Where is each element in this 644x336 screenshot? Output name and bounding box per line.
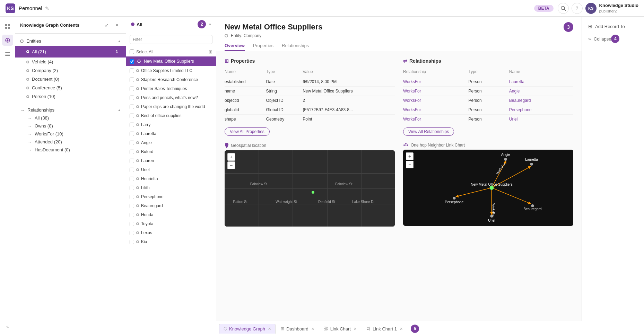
- filter-checkbox-4[interactable]: [130, 96, 134, 100]
- filter-checkbox-15[interactable]: [130, 195, 134, 199]
- filter-checkbox-14[interactable]: [130, 186, 134, 190]
- entity-item-conference[interactable]: Conference (5): [15, 83, 126, 92]
- select-all-checkbox[interactable]: [130, 50, 134, 54]
- view-all-properties-button[interactable]: View All Properties: [225, 127, 270, 136]
- entity-item-vehicle[interactable]: Vehicle (4): [15, 58, 126, 66]
- kg-expand-icon[interactable]: ⤢: [102, 21, 111, 29]
- filter-item-0[interactable]: New Metal Office Suppliers: [126, 56, 216, 66]
- rel-name-1[interactable]: Angie: [509, 87, 573, 96]
- filter-checkbox-12[interactable]: [130, 168, 134, 172]
- collapse-button[interactable]: » Collapse 4: [586, 32, 640, 46]
- filter-checkbox-13[interactable]: [130, 177, 134, 181]
- sidebar-nav-3[interactable]: [2, 48, 13, 60]
- sidebar-nav-1[interactable]: [2, 21, 13, 32]
- filter-checkbox-2[interactable]: [130, 78, 134, 82]
- rel-item-hasdoc[interactable]: → HasDocument (0): [20, 146, 121, 154]
- street-v-3: [327, 150, 328, 227]
- filter-item-15[interactable]: Persephone: [126, 192, 216, 201]
- filter-item-3[interactable]: Printer Sales Techniques: [126, 84, 216, 93]
- filter-checkbox-6[interactable]: [130, 114, 134, 118]
- filter-item-10[interactable]: Buford: [126, 147, 216, 156]
- filter-checkbox-7[interactable]: [130, 123, 134, 127]
- rel-name-0[interactable]: Lauretta: [509, 77, 573, 87]
- rel-item-all[interactable]: → All (38): [20, 114, 121, 122]
- filter-checkbox-9[interactable]: [130, 141, 134, 145]
- filter-item-16[interactable]: Beauregard: [126, 201, 216, 210]
- rel-name-2[interactable]: Beauregard: [509, 96, 573, 105]
- filter-item-11[interactable]: Lauren: [126, 156, 216, 165]
- filter-checkbox-10[interactable]: [130, 150, 134, 154]
- edit-icon[interactable]: ✎: [45, 6, 49, 11]
- rel-relationship-0[interactable]: WorksFor: [403, 77, 469, 87]
- graph-zoom-in[interactable]: +: [406, 152, 414, 160]
- filter-checkbox-18[interactable]: [130, 222, 134, 226]
- filter-collapse-icon[interactable]: »: [209, 22, 211, 27]
- rel-relationship-4[interactable]: WorksFor: [403, 115, 469, 124]
- tab-link-chart[interactable]: ⛓ Link Chart ✕: [320, 324, 361, 334]
- tab-link-chart-1-close[interactable]: ✕: [400, 327, 403, 331]
- filter-item-1[interactable]: Office Supplies Limited LLC: [126, 66, 216, 75]
- tab-dashboard-close[interactable]: ✕: [311, 327, 314, 331]
- filter-item-8[interactable]: Lauretta: [126, 129, 216, 138]
- filter-item-13[interactable]: Henrietta: [126, 174, 216, 183]
- filter-item-7[interactable]: Larry: [126, 120, 216, 129]
- entity-item-document[interactable]: Document (0): [15, 75, 126, 83]
- entity-item-all[interactable]: All (21) 1: [15, 46, 126, 58]
- filter-item-9[interactable]: Angie: [126, 138, 216, 147]
- entity-item-company[interactable]: Company (2): [15, 66, 126, 75]
- tab-properties[interactable]: Properties: [253, 41, 273, 51]
- tab-relationships[interactable]: Relationships: [282, 41, 309, 51]
- filter-input[interactable]: [130, 35, 212, 44]
- filter-checkbox-17[interactable]: [130, 213, 134, 217]
- help-icon[interactable]: ?: [572, 3, 583, 14]
- tab-link-chart-1[interactable]: ⛓ Link Chart 1 ✕: [362, 324, 407, 334]
- filter-item-2[interactable]: Staplers Research Conference: [126, 75, 216, 84]
- search-icon[interactable]: [558, 3, 569, 14]
- filter-checkbox-8[interactable]: [130, 132, 134, 136]
- rel-item-attended[interactable]: → Attended (20): [20, 138, 121, 146]
- rel-relationship-3[interactable]: WorksFor: [403, 105, 469, 115]
- rel-name-3[interactable]: Persephone: [509, 105, 573, 115]
- map-zoom-in[interactable]: +: [227, 153, 235, 161]
- filter-checkbox-20[interactable]: [130, 240, 134, 244]
- rel-row-4: WorksFor Person Uriel: [403, 115, 573, 124]
- entity-item-person[interactable]: Person (10): [15, 92, 126, 101]
- view-all-relationships-button[interactable]: View All Relationships: [403, 127, 454, 136]
- filter-item-17[interactable]: Honda: [126, 210, 216, 219]
- tab-link-chart-close[interactable]: ✕: [354, 327, 357, 331]
- map-zoom-out[interactable]: −: [227, 161, 235, 169]
- graph-zoom-out[interactable]: −: [406, 161, 414, 168]
- filter-checkbox-19[interactable]: [130, 231, 134, 235]
- relationships-header[interactable]: → Relationships ▲: [20, 107, 121, 113]
- rel-relationship-1[interactable]: WorksFor: [403, 87, 469, 96]
- rel-item-owns[interactable]: → Owns (8): [20, 122, 121, 130]
- filter-checkbox-11[interactable]: [130, 159, 134, 163]
- filter-item-5[interactable]: Paper clips are changing the world: [126, 102, 216, 111]
- filter-item-14[interactable]: Lilith: [126, 183, 216, 192]
- filter-checkbox-0[interactable]: [130, 59, 134, 64]
- filter-action-icon[interactable]: ⊞: [209, 49, 212, 54]
- add-record-button[interactable]: ⊞ Add Record To: [586, 21, 640, 32]
- filter-item-4[interactable]: Pens and pencils, what's new?: [126, 93, 216, 102]
- rel-name-4[interactable]: Uriel: [509, 115, 573, 124]
- filter-item-18[interactable]: Toyota: [126, 219, 216, 228]
- rel-item-worksfor[interactable]: → WorksFor (10): [20, 130, 121, 138]
- filter-checkbox-3[interactable]: [130, 87, 134, 91]
- filter-item-19[interactable]: Lexus: [126, 228, 216, 237]
- sidebar-expand-icon[interactable]: «: [2, 321, 13, 332]
- sidebar-nav-2[interactable]: [2, 35, 13, 46]
- filter-item-12[interactable]: Uriel: [126, 165, 216, 174]
- tab-kg-close[interactable]: ✕: [268, 327, 271, 331]
- filter-checkbox-16[interactable]: [130, 204, 134, 208]
- kg-close-icon[interactable]: ✕: [113, 21, 121, 29]
- tab-dashboard[interactable]: ⊞ Dashboard ✕: [276, 324, 319, 334]
- entities-section-header[interactable]: Entities ▲: [15, 36, 126, 46]
- filter-item-6[interactable]: Best of office supplies: [126, 111, 216, 120]
- filter-checkbox-5[interactable]: [130, 105, 134, 109]
- tab-knowledge-graph[interactable]: ⬡ Knowledge Graph ✕: [219, 324, 276, 334]
- rel-relationship-2[interactable]: WorksFor: [403, 96, 469, 105]
- filter-checkbox-1[interactable]: [130, 69, 134, 73]
- tab-overview[interactable]: Overview: [225, 41, 245, 51]
- filter-item-20[interactable]: Kia: [126, 237, 216, 246]
- rel-owns-label: Owns (8): [35, 123, 53, 129]
